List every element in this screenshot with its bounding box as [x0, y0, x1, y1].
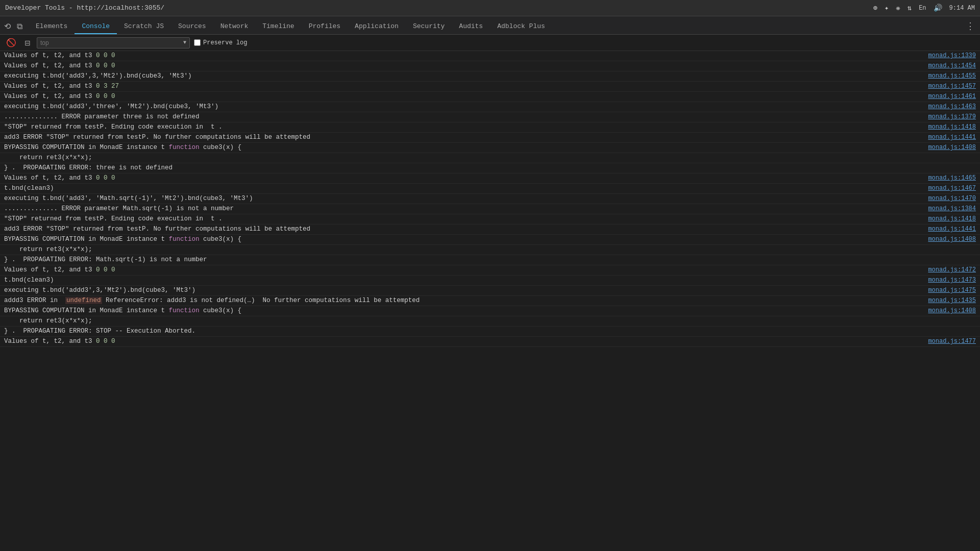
preserve-log-container: Preserve log: [194, 39, 247, 46]
console-row: BYPASSING COMPUTATION in MonadE instance…: [0, 306, 980, 316]
console-row: Values of t, t2, and t3 0 0 0monad.js:14…: [0, 173, 980, 184]
preserve-log-label[interactable]: Preserve log: [203, 39, 247, 46]
console-text: addd3 ERROR in undefined ReferenceError:…: [4, 297, 920, 304]
tab-sources[interactable]: Sources: [171, 19, 213, 34]
tab-timeline[interactable]: Timeline: [255, 19, 301, 34]
console-text: return ret3(x*x*x);: [4, 246, 976, 253]
tab-adblock-plus[interactable]: Adblock Plus: [490, 19, 552, 34]
console-text: BYPASSING COMPUTATION in MonadE instance…: [4, 236, 920, 243]
console-row: Values of t, t2, and t3 0 0 0monad.js:14…: [0, 265, 980, 276]
console-link[interactable]: monad.js:1379: [928, 113, 976, 120]
console-row: add3 ERROR "STOP" returned from testP. N…: [0, 133, 980, 143]
clear-console-btn[interactable]: 🚫: [4, 37, 18, 48]
console-link[interactable]: monad.js:1418: [928, 123, 976, 131]
console-link[interactable]: monad.js:1435: [928, 297, 976, 304]
console-text: Values of t, t2, and t3 0 0 0: [4, 266, 920, 273]
tab-audits[interactable]: Audits: [452, 19, 490, 34]
console-output[interactable]: Values of t, t2, and t3 0 0 0monad.js:13…: [0, 51, 980, 551]
preserve-log-checkbox[interactable]: [194, 39, 201, 46]
console-text: .............. ERROR parameter three is …: [4, 113, 920, 120]
console-link[interactable]: monad.js:1473: [928, 277, 976, 284]
console-link[interactable]: monad.js:1472: [928, 266, 976, 273]
console-text: .............. ERROR parameter Math.sqrt…: [4, 205, 920, 212]
console-link[interactable]: monad.js:1408: [928, 307, 976, 314]
console-row: executing t.bnd('add3', 'Math.sqrt(-1)',…: [0, 194, 980, 204]
title-bar-left: Developer Tools - http://localhost:3055/: [5, 4, 164, 12]
console-row: executing t.bnd('add3','three', 'Mt2').b…: [0, 102, 980, 112]
console-link[interactable]: monad.js:1467: [928, 185, 976, 192]
console-row: Values of t, t2, and t3 0 0 0monad.js:13…: [0, 51, 980, 61]
tab-console[interactable]: Console: [75, 19, 117, 34]
console-text: Values of t, t2, and t3 0 3 27: [4, 83, 920, 90]
tab-elements[interactable]: Elements: [29, 19, 75, 34]
tab-network[interactable]: Network: [213, 19, 256, 34]
console-text: "STOP" returned from testP. Ending code …: [4, 123, 920, 131]
console-link[interactable]: monad.js:1470: [928, 195, 976, 202]
console-link[interactable]: monad.js:1418: [928, 215, 976, 222]
console-link[interactable]: monad.js:1408: [928, 236, 976, 243]
console-text: "STOP" returned from testP. Ending code …: [4, 215, 920, 222]
tab-security[interactable]: Security: [406, 19, 452, 34]
filter-box: ▼: [37, 37, 190, 48]
battery-icon: ⇅: [908, 4, 912, 12]
console-text: executing t.bnd('add3','three', 'Mt2').b…: [4, 103, 920, 110]
dock-btn[interactable]: ⧉: [15, 21, 24, 32]
console-row: add3 ERROR "STOP" returned from testP. N…: [0, 224, 980, 235]
console-link[interactable]: monad.js:1441: [928, 226, 976, 233]
tab-scratch-js[interactable]: Scratch JS: [117, 19, 171, 34]
console-link[interactable]: monad.js:1461: [928, 93, 976, 100]
console-row: executing t.bnd('addd3',3,'Mt2').bnd(cub…: [0, 286, 980, 296]
console-row: t.bnd(clean3)monad.js:1473: [0, 276, 980, 286]
filter-input[interactable]: [40, 39, 181, 46]
console-link[interactable]: monad.js:1465: [928, 174, 976, 182]
tab-application[interactable]: Application: [348, 19, 406, 34]
console-text: add3 ERROR "STOP" returned from testP. N…: [4, 134, 920, 141]
title-bar: Developer Tools - http://localhost:3055/…: [0, 0, 980, 16]
console-row: Values of t, t2, and t3 0 0 0monad.js:14…: [0, 92, 980, 102]
lang-indicator: En: [919, 5, 926, 12]
title-bar-right: ⊕ ✦ ❋ ⇅ En 🔊 9:14 AM: [873, 4, 975, 12]
console-text: BYPASSING COMPUTATION in MonadE instance…: [4, 144, 920, 151]
console-link[interactable]: monad.js:1455: [928, 72, 976, 80]
tab-profiles[interactable]: Profiles: [302, 19, 348, 34]
title-bar-title: Developer Tools - http://localhost:3055/: [5, 4, 164, 12]
volume-icon: 🔊: [934, 4, 942, 12]
tab-more-btn[interactable]: ⋮: [961, 19, 980, 34]
console-text: return ret3(x*x*x);: [4, 317, 976, 324]
console-row: return ret3(x*x*x);: [0, 316, 980, 327]
console-text: t.bnd(clean3): [4, 185, 920, 192]
console-row: return ret3(x*x*x);: [0, 153, 980, 163]
filter-btn[interactable]: ⊟: [22, 38, 33, 48]
tabs-container: ElementsConsoleScratch JSSourcesNetworkT…: [29, 19, 552, 34]
console-row: addd3 ERROR in undefined ReferenceError:…: [0, 296, 980, 306]
console-link[interactable]: monad.js:1384: [928, 205, 976, 212]
console-link[interactable]: monad.js:1463: [928, 103, 976, 110]
console-text: t.bnd(clean3): [4, 277, 920, 284]
console-link[interactable]: monad.js:1477: [928, 338, 976, 345]
console-row: executing t.bnd('add3',3,'Mt2').bnd(cube…: [0, 71, 980, 82]
clock: 9:14 AM: [949, 5, 975, 12]
nav-back-btn[interactable]: ⟲: [2, 20, 13, 32]
console-text: } . PROPAGATING ERROR: STOP -- Execution…: [4, 328, 976, 335]
console-link[interactable]: monad.js:1454: [928, 62, 976, 69]
console-text: return ret3(x*x*x);: [4, 154, 976, 161]
console-text: Values of t, t2, and t3 0 0 0: [4, 174, 920, 182]
console-row: } . PROPAGATING ERROR: Math.sqrt(-1) is …: [0, 255, 980, 265]
console-link[interactable]: monad.js:1339: [928, 52, 976, 59]
console-row: } . PROPAGATING ERROR: three is not defi…: [0, 163, 980, 173]
console-text: executing t.bnd('addd3',3,'Mt2').bnd(cub…: [4, 287, 920, 294]
console-text: Values of t, t2, and t3 0 0 0: [4, 52, 920, 59]
console-link[interactable]: monad.js:1475: [928, 287, 976, 294]
console-text: executing t.bnd('add3', 'Math.sqrt(-1)',…: [4, 195, 920, 202]
console-text: BYPASSING COMPUTATION in MonadE instance…: [4, 307, 920, 314]
console-row: Values of t, t2, and t3 0 3 27monad.js:1…: [0, 82, 980, 92]
console-row: "STOP" returned from testP. Ending code …: [0, 122, 980, 133]
console-text: Values of t, t2, and t3 0 0 0: [4, 62, 920, 69]
console-text: Values of t, t2, and t3 0 0 0: [4, 338, 920, 345]
console-link[interactable]: monad.js:1441: [928, 134, 976, 141]
console-row: "STOP" returned from testP. Ending code …: [0, 214, 980, 224]
console-link[interactable]: monad.js:1408: [928, 144, 976, 151]
console-row: .............. ERROR parameter three is …: [0, 112, 980, 122]
filter-dropdown-icon[interactable]: ▼: [183, 40, 186, 45]
console-link[interactable]: monad.js:1457: [928, 83, 976, 90]
